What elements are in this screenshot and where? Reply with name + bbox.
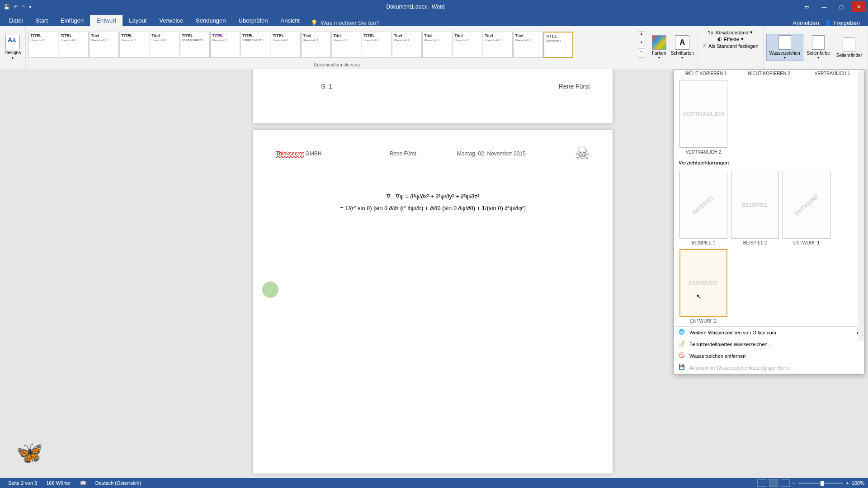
gallery-more-icon[interactable]: ⌄ [638,49,645,57]
doc-formatting-label: Dokumentformatierung [28,61,645,67]
status-page[interactable]: Seite 2 von 3 [4,480,42,486]
lightbulb-icon: 💡 [311,19,318,26]
watermark-vertraulich-2[interactable]: VERTRAULICH VERTRAULICH 2 [679,80,727,155]
tab-ansicht[interactable]: Ansicht [274,15,307,26]
farben-button[interactable]: Farben ▾ [651,34,667,61]
doc-format-item-15[interactable]: TitelÜberschrift 1 [483,32,513,58]
watermark-item-entwurf-2[interactable]: ENTWURFENTWURF 2 [679,249,727,324]
doc-format-item-13[interactable]: TitelÜberschrift 1 [422,32,452,58]
doc-format-item-10[interactable]: TitelÜberschrift 1 [331,32,361,58]
tab-layout[interactable]: Layout [123,15,153,26]
watermark-save-selection: 💾 Auswahl im Wasserzeichenkatalog speich… [674,362,864,374]
watermark-item-beispiel-1[interactable]: BEISPIELBEISPIEL 1 [679,171,727,245]
doc-format-item-4[interactable]: TitelÜberschrift 1 [150,32,179,58]
undo-icon[interactable]: ↶ [14,4,18,10]
status-language[interactable]: Deutsch (Österreich) [91,480,146,486]
zoom-in-button[interactable]: + [846,480,849,486]
tell-me-search[interactable]: 💡 Was möchten Sie tun? [306,19,384,26]
qat-customize-icon[interactable]: ▾ [29,4,32,10]
watermark-panel-scrollbar[interactable] [858,70,864,341]
checkmark-icon: ✓ [703,43,707,49]
doc-format-item-11[interactable]: TITELÜberschrift 1 [362,32,392,58]
watermark-remove[interactable]: 🚫 Wasserzeichen entfernen [674,350,864,362]
page-borders-icon [843,38,855,52]
designs-icon [5,35,20,49]
tab-datei[interactable]: Datei [3,15,29,26]
absatzabstand-button[interactable]: ¶≡ Absatzabstand ▾ [708,29,753,35]
window-title: Dokument1.docx - Word [32,4,799,10]
status-proofing-icon[interactable]: 📖 [75,480,91,486]
doc-format-item-2[interactable]: TitelÜberschrift 1 [89,32,119,58]
header-company: Thinksecret GMBH [276,150,321,157]
doc-format-item-5[interactable]: TITELÜBERSCHRIFT 1 [180,32,210,58]
ribbon-display-icon[interactable]: ▭ [799,1,815,12]
page-1[interactable]: S. 1 Rene Fürst [253,69,613,123]
page-number: S. 1 [321,83,332,90]
freigeben-link[interactable]: 👤 Freigeben [825,19,860,26]
doc-format-item-8[interactable]: TITELÜberschrift 1 [271,32,301,58]
watermark-custom[interactable]: 📝 Benutzerdefiniertes Wasserzeichen... [674,338,864,350]
titlebar: 💾 ↶ ↷ ▾ Dokument1.docx - Word ▭ — ▢ ✕ [0,0,868,14]
als-standard-button[interactable]: ✓ Als Standard festlegen [703,43,759,49]
gallery-up-icon[interactable]: ▴ [638,32,645,40]
equation-block[interactable]: ∇ · ∇ψ = ∂²ψ/∂x² + ∂²ψ/∂y² + ∂²ψ/∂z² = 1… [276,191,590,214]
seitenfarbe-button[interactable]: Seitenfarbe ▾ [804,34,833,61]
redo-icon[interactable]: ↷ [21,4,25,10]
tab-entwurf[interactable]: Entwurf [90,15,123,26]
remove-watermark-icon: 🚫 [679,352,686,360]
doc-format-item-6[interactable]: TITELÜberschrift 1 [210,32,240,58]
green-highlight-dot [262,282,278,298]
minimize-button[interactable]: — [816,1,832,12]
status-words[interactable]: 168 Wörter [42,480,75,486]
office-icon: 🌐 [679,329,686,336]
doc-format-item-7[interactable]: TITELÜBERSCHRIFT 1 [241,32,270,58]
designs-button[interactable]: Designs ▾ [3,33,23,62]
header-author: Rene Fürst [389,150,416,157]
zoom-level[interactable]: 100% [852,480,864,486]
ribbon-tabs: Datei Start Einfügen Entwurf Layout Verw… [0,14,868,26]
chevron-down-icon: ▾ [12,56,14,60]
doc-format-item-14[interactable]: TitelÜberschrift 1 [453,32,482,58]
doc-format-item-17[interactable]: TITELÜberschrift 1 [543,32,573,58]
header-date: Montag, 02. November 2015 [457,150,526,157]
zoom-out-button[interactable]: − [793,480,795,486]
paragraph-spacing-icon: ¶≡ [708,30,713,35]
save-icon[interactable]: 💾 [4,4,10,10]
watermark-top-labels: NICHT KOPIEREN 1 NICHT KOPIEREN 2 VERTRA… [674,70,864,77]
tab-ueberpruefen[interactable]: Überprüfen [232,15,274,26]
view-web-layout[interactable] [781,479,790,487]
effekte-button[interactable]: ◐ Effekte ▾ [717,36,744,42]
chevron-down-icon: ▾ [658,56,660,60]
doc-format-item-3[interactable]: TITELÜberschrift 1 [119,32,149,58]
close-button[interactable]: ✕ [851,1,866,12]
tab-einfuegen[interactable]: Einfügen [54,15,90,26]
doc-format-item-0[interactable]: TITELÜberschrift 1 [28,32,58,58]
tab-verweise[interactable]: Verweise [153,15,189,26]
doc-format-item-16[interactable]: TitelÜberschrift 1 [513,32,543,58]
document-formatting-gallery[interactable]: TITELÜberschrift 1TITELÜberschrift 1Tite… [28,32,637,58]
watermark-item-beispiel-2[interactable]: BEISPIELBEISPIEL 2 [731,171,779,245]
doc-format-item-12[interactable]: TitelÜberschrift 1 [392,32,422,58]
gallery-scrollbar[interactable]: ▴ ▾ ⌄ [638,31,645,58]
seitenraender-button[interactable]: Seitenränder [834,37,865,59]
gallery-down-icon[interactable]: ▾ [638,40,645,49]
watermark-more-office[interactable]: 🌐 Weitere Wasserzeichen von Office.com ▸ [674,327,864,338]
wasserzeichen-button[interactable]: Wasserzeichen ▾ [766,34,803,61]
view-read-mode[interactable] [757,479,766,487]
doc-format-item-1[interactable]: TITELÜberschrift 1 [59,32,89,58]
tab-start[interactable]: Start [29,15,54,26]
custom-watermark-icon: 📝 [679,341,686,348]
ribbon: Designs ▾ TITELÜberschrift 1TITELÜbersch… [0,26,868,69]
page-2[interactable]: Thinksecret GMBH Rene Fürst Montag, 02. … [253,130,613,474]
maximize-button[interactable]: ▢ [834,1,849,12]
save-selection-icon: 💾 [679,364,686,371]
skull-icon: ☠ [575,144,590,164]
zoom-slider[interactable] [798,483,843,484]
document-area[interactable]: S. 1 Rene Fürst Thinksecret GMBH Rene Fü… [0,69,868,479]
view-print-layout[interactable] [769,479,778,487]
tab-sendungen[interactable]: Sendungen [189,15,232,26]
watermark-item-entwurf-1[interactable]: ENTWURFENTWURF 1 [783,171,830,245]
anmelden-link[interactable]: Anmelden [793,19,819,26]
schriftarten-button[interactable]: A Schriftarten ▾ [670,34,695,61]
doc-format-item-9[interactable]: TitelÜberschrift 1 [301,32,331,58]
